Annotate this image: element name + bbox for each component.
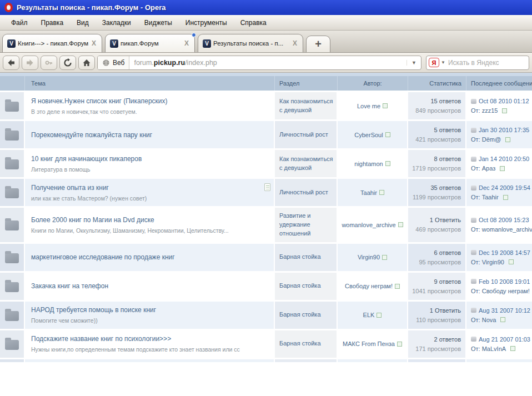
menu-file[interactable]: Файл: [4, 17, 34, 29]
last-poster-link[interactable]: От: zzz15: [471, 107, 498, 114]
tab-search-results-active[interactable]: V Результаты поиска - п... X: [198, 34, 303, 52]
last-poster-link[interactable]: От: Nova: [471, 317, 496, 323]
topic-title-link[interactable]: Подскажите название книг по психологии>>…: [31, 335, 263, 343]
menu-view[interactable]: Вид: [70, 17, 96, 29]
tab-books[interactable]: V Книги---> - пикап.Форум X: [2, 34, 102, 52]
member-card-icon[interactable]: [383, 103, 388, 108]
forward-button[interactable]: [22, 56, 38, 70]
author-link[interactable]: МАКС From Пенза: [343, 340, 395, 347]
goto-last-post-icon[interactable]: [471, 337, 476, 342]
tab-pickup-forum[interactable]: V пикап.Форум X: [105, 34, 195, 52]
member-card-icon[interactable]: [382, 255, 387, 260]
address-dropdown-caret-icon[interactable]: ▼: [406, 60, 421, 66]
member-card-icon[interactable]: [502, 108, 507, 113]
topic-title-link[interactable]: 10 книг для начинающих пикаперов: [31, 155, 263, 163]
goto-last-post-icon[interactable]: [471, 250, 476, 255]
section-link[interactable]: Как познакомиться с девушкой: [279, 155, 333, 173]
reload-button[interactable]: [59, 56, 76, 70]
section-link[interactable]: Барная стойка: [279, 310, 333, 319]
new-tab-button[interactable]: +: [306, 36, 330, 52]
topic-title-link[interactable]: НАРОД требуется помощь в поиске книг: [31, 306, 263, 314]
author-link[interactable]: ELK: [363, 312, 375, 318]
menu-help[interactable]: Справка: [234, 17, 273, 29]
member-card-icon[interactable]: [500, 166, 505, 171]
home-button[interactable]: [78, 56, 95, 70]
address-badge[interactable]: Веб: [98, 56, 129, 69]
goto-last-post-icon[interactable]: [471, 186, 476, 191]
member-card-icon[interactable]: [398, 222, 403, 227]
goto-last-post-icon[interactable]: [471, 279, 476, 284]
section-link[interactable]: Развитие и удержание отношений: [279, 212, 333, 238]
goto-last-post-icon[interactable]: [471, 99, 476, 104]
member-card-icon[interactable]: [500, 317, 505, 322]
last-poster-link[interactable]: От: Taahir: [471, 194, 499, 200]
author-link[interactable]: Love me: [357, 103, 380, 109]
last-poster-link[interactable]: От: Virgin90: [471, 259, 504, 265]
last-poster-link[interactable]: От: Свободу неграм!: [471, 288, 530, 294]
search-box[interactable]: Я ▼: [426, 56, 529, 70]
goto-last-post-icon[interactable]: [471, 157, 476, 162]
last-poster-link[interactable]: От: Араз: [471, 165, 495, 172]
topic-title-link[interactable]: Получение опыта из книг: [31, 184, 263, 192]
member-card-icon[interactable]: [395, 284, 400, 289]
last-post-date-link[interactable]: Aug 21 2007 01:03: [479, 336, 530, 343]
topic-title-link[interactable]: маркетинговое исследование по продаже кн…: [31, 253, 263, 261]
last-post-date-link[interactable]: Jan 30 2010 17:35: [479, 127, 529, 133]
author-link[interactable]: nightamon: [354, 161, 383, 167]
member-card-icon[interactable]: [379, 190, 384, 195]
tab-close-icon[interactable]: X: [183, 39, 190, 47]
last-poster-link[interactable]: От: Dëm@: [471, 136, 501, 143]
author-link[interactable]: Свободу неграм!: [345, 283, 393, 289]
table-row: Получение опыта из книг или как же стать…: [0, 177, 532, 206]
member-card-icon[interactable]: [385, 161, 390, 166]
member-card-icon[interactable]: [503, 195, 508, 200]
topic-title-link[interactable]: Более 2000 книг по Магии на Dvd диске: [31, 216, 263, 224]
last-post-date-link[interactable]: Dec 24 2009 19:54: [479, 184, 530, 191]
folder-icon: [5, 220, 19, 230]
member-card-icon[interactable]: [397, 342, 402, 347]
menu-widgets[interactable]: Виджеты: [138, 17, 179, 29]
section-link[interactable]: Барная стойка: [279, 339, 333, 348]
section-link[interactable]: Барная стойка: [279, 253, 333, 262]
last-post-date-link[interactable]: Dec 19 2008 14:57: [479, 249, 530, 256]
section-link[interactable]: Личностный рост: [279, 188, 333, 197]
author-link[interactable]: Taahir: [360, 189, 377, 196]
last-poster-link[interactable]: От: womanlove_archive: [471, 226, 532, 233]
member-card-icon[interactable]: [509, 259, 514, 264]
last-post-date-link[interactable]: Jan 14 2010 20:50: [479, 156, 529, 162]
last-post-date-link[interactable]: Oct 08 2009 15:23: [479, 217, 529, 223]
last-post-date-link[interactable]: Oct 08 2010 01:12: [479, 98, 529, 104]
topic-title-link[interactable]: Закачка книг на телефон: [31, 282, 263, 290]
goto-last-post-icon[interactable]: [471, 128, 476, 133]
last-post-date-link[interactable]: Aug 31 2007 10:12: [479, 307, 530, 314]
section-link[interactable]: Как познакомиться с девушкой: [279, 97, 333, 115]
address-bar[interactable]: Веб forum.pickup.ru/index.php ▼: [97, 56, 421, 70]
last-poster-link[interactable]: От: MaLvInA: [471, 345, 506, 352]
back-button[interactable]: [3, 56, 19, 70]
author-link[interactable]: CyberSoul: [354, 132, 383, 138]
section-link[interactable]: Барная стойка: [279, 282, 333, 290]
menu-tools[interactable]: Инструменты: [179, 17, 234, 29]
section-link[interactable]: Личностный рост: [279, 131, 333, 139]
menu-edit[interactable]: Правка: [34, 17, 71, 29]
member-card-icon[interactable]: [505, 137, 510, 142]
tab-activity-dot: [192, 33, 196, 37]
topic-title-link[interactable]: Я новичек.Нужен список книг (Пикаперских…: [31, 97, 263, 105]
tab-close-icon[interactable]: X: [292, 39, 298, 47]
member-card-icon[interactable]: [510, 346, 515, 351]
topic-title-link[interactable]: Порекомендуйте пожалуйста пару книг: [31, 131, 263, 139]
menu-bookmarks[interactable]: Закладки: [96, 17, 138, 29]
rewind-key-button[interactable]: [41, 56, 57, 70]
goto-last-post-icon[interactable]: [471, 308, 476, 313]
goto-last-post-icon[interactable]: [471, 218, 476, 223]
member-card-icon[interactable]: [377, 313, 382, 318]
author-link[interactable]: Virgin90: [358, 254, 380, 260]
url-text[interactable]: forum.pickup.ru/index.php: [129, 59, 406, 67]
search-input[interactable]: [448, 59, 529, 67]
last-post-date-link[interactable]: Feb 10 2008 19:01: [479, 278, 530, 285]
search-engine-caret-icon[interactable]: ▼: [439, 60, 448, 65]
member-card-icon[interactable]: [385, 132, 390, 137]
author-link[interactable]: womanlove_archive: [342, 222, 395, 228]
yandex-logo-icon[interactable]: Я: [429, 58, 439, 67]
tab-close-icon[interactable]: X: [91, 39, 97, 47]
